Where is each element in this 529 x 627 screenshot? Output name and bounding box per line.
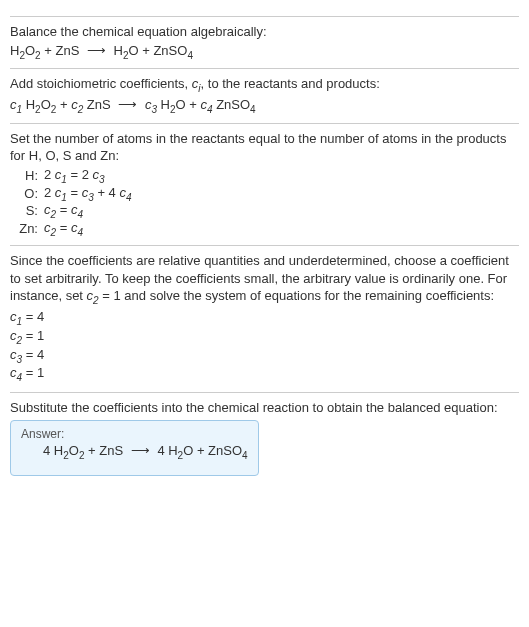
solved-coefficients: c1 = 4 c2 = 1 c3 = 4 c4 = 1 [10, 309, 519, 383]
add-coeffs-text: Add stoichiometric coefficients, ci, to … [10, 75, 519, 95]
coeff-value: c3 = 4 [10, 347, 519, 366]
element-label: O: [16, 185, 44, 203]
section-atom-balance: Set the number of atoms in the reactants… [10, 123, 519, 237]
answer-label: Answer: [21, 427, 248, 441]
unbalanced-equation: H2O2 + ZnS ⟶ H2O + ZnSO4 [10, 43, 519, 61]
answer-box: Answer: 4 H2O2 + ZnS ⟶ 4 H2O + ZnSO4 [10, 420, 259, 476]
element-equation: 2 c1 = c3 + 4 c4 [44, 185, 138, 203]
answer-intro: Substitute the coefficients into the che… [10, 399, 519, 417]
atom-row: Zn: c2 = c4 [16, 220, 138, 238]
section-answer: Substitute the coefficients into the che… [10, 392, 519, 476]
prompt-text: Balance the chemical equation algebraica… [10, 23, 519, 41]
element-equation: c2 = c4 [44, 202, 138, 220]
atom-row: H: 2 c1 = 2 c3 [16, 167, 138, 185]
coeff-value: c2 = 1 [10, 328, 519, 347]
section-add-coefficients: Add stoichiometric coefficients, ci, to … [10, 68, 519, 115]
section-prompt: Balance the chemical equation algebraica… [10, 16, 519, 60]
element-label: S: [16, 202, 44, 220]
atom-balance-table: H: 2 c1 = 2 c3 O: 2 c1 = c3 + 4 c4 S: c2… [16, 167, 138, 237]
element-label: H: [16, 167, 44, 185]
coeff-value: c1 = 4 [10, 309, 519, 328]
balanced-equation: 4 H2O2 + ZnS ⟶ 4 H2O + ZnSO4 [21, 443, 248, 461]
coeff-value: c4 = 1 [10, 365, 519, 384]
atom-row: O: 2 c1 = c3 + 4 c4 [16, 185, 138, 203]
element-equation: 2 c1 = 2 c3 [44, 167, 138, 185]
atom-balance-intro: Set the number of atoms in the reactants… [10, 130, 519, 165]
solve-intro: Since the coefficients are relative quan… [10, 252, 519, 307]
atom-row: S: c2 = c4 [16, 202, 138, 220]
element-equation: c2 = c4 [44, 220, 138, 238]
element-label: Zn: [16, 220, 44, 238]
coeff-equation: c1 H2O2 + c2 ZnS ⟶ c3 H2O + c4 ZnSO4 [10, 97, 519, 115]
section-solve: Since the coefficients are relative quan… [10, 245, 519, 384]
